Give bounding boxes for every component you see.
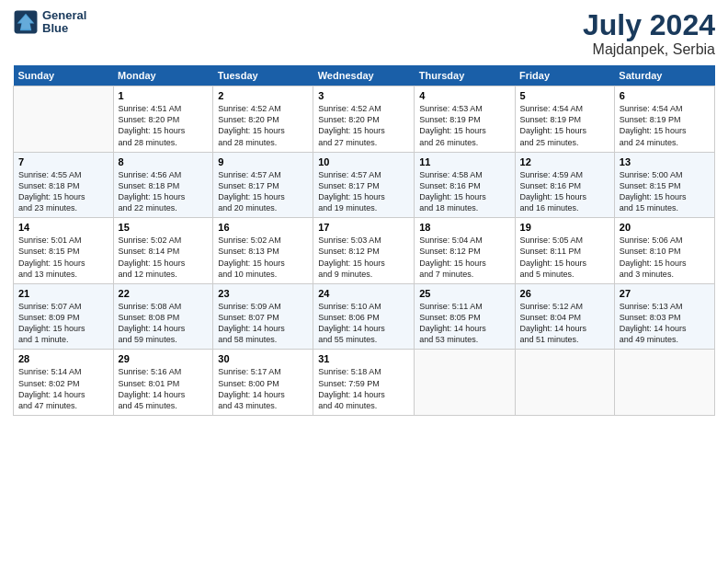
calendar-cell: 15Sunrise: 5:02 AM Sunset: 8:14 PM Dayli… <box>113 218 213 284</box>
day-number: 27 <box>620 288 710 299</box>
calendar-cell: 1Sunrise: 4:51 AM Sunset: 8:20 PM Daylig… <box>113 86 213 153</box>
weekday-header-friday: Friday <box>515 65 614 86</box>
weekday-header-wednesday: Wednesday <box>313 65 415 86</box>
calendar-week-4: 21Sunrise: 5:07 AM Sunset: 8:09 PM Dayli… <box>14 283 715 350</box>
calendar-cell: 6Sunrise: 4:54 AM Sunset: 8:19 PM Daylig… <box>614 86 714 153</box>
day-number: 21 <box>18 288 108 299</box>
day-number: 3 <box>318 90 409 101</box>
calendar-cell <box>614 350 714 416</box>
calendar-cell: 24Sunrise: 5:10 AM Sunset: 8:06 PM Dayli… <box>313 283 415 350</box>
day-info: Sunrise: 5:01 AM Sunset: 8:15 PM Dayligh… <box>18 235 108 280</box>
calendar-cell: 12Sunrise: 4:59 AM Sunset: 8:16 PM Dayli… <box>515 152 614 218</box>
calendar-cell: 2Sunrise: 4:52 AM Sunset: 8:20 PM Daylig… <box>213 86 313 153</box>
day-info: Sunrise: 4:57 AM Sunset: 8:17 PM Dayligh… <box>318 169 409 214</box>
day-number: 9 <box>218 156 308 167</box>
day-number: 6 <box>620 90 710 101</box>
day-info: Sunrise: 5:18 AM Sunset: 7:59 PM Dayligh… <box>318 366 409 411</box>
day-number: 1 <box>119 90 209 101</box>
calendar-title: July 2024 <box>583 9 715 41</box>
day-info: Sunrise: 4:57 AM Sunset: 8:17 PM Dayligh… <box>218 169 308 214</box>
calendar-cell: 20Sunrise: 5:06 AM Sunset: 8:10 PM Dayli… <box>614 218 714 284</box>
logo: General Blue <box>13 9 86 36</box>
day-number: 10 <box>318 156 409 167</box>
day-info: Sunrise: 5:07 AM Sunset: 8:09 PM Dayligh… <box>18 301 108 346</box>
day-info: Sunrise: 5:08 AM Sunset: 8:08 PM Dayligh… <box>119 301 209 346</box>
title-block: July 2024 Majdanpek, Serbia <box>583 9 715 58</box>
day-info: Sunrise: 5:04 AM Sunset: 8:12 PM Dayligh… <box>419 235 509 280</box>
calendar-cell: 26Sunrise: 5:12 AM Sunset: 8:04 PM Dayli… <box>515 283 614 350</box>
day-info: Sunrise: 4:56 AM Sunset: 8:18 PM Dayligh… <box>119 169 209 214</box>
calendar-cell: 29Sunrise: 5:16 AM Sunset: 8:01 PM Dayli… <box>113 350 213 416</box>
calendar-cell <box>415 350 515 416</box>
day-info: Sunrise: 5:14 AM Sunset: 8:02 PM Dayligh… <box>18 366 108 411</box>
day-info: Sunrise: 5:00 AM Sunset: 8:15 PM Dayligh… <box>620 169 710 214</box>
calendar-cell: 27Sunrise: 5:13 AM Sunset: 8:03 PM Dayli… <box>614 283 714 350</box>
calendar-cell: 13Sunrise: 5:00 AM Sunset: 8:15 PM Dayli… <box>614 152 714 218</box>
calendar-cell: 25Sunrise: 5:11 AM Sunset: 8:05 PM Dayli… <box>415 283 515 350</box>
weekday-header-sunday: Sunday <box>14 65 114 86</box>
calendar-cell: 4Sunrise: 4:53 AM Sunset: 8:19 PM Daylig… <box>415 86 515 153</box>
calendar-cell: 5Sunrise: 4:54 AM Sunset: 8:19 PM Daylig… <box>515 86 614 153</box>
day-info: Sunrise: 4:52 AM Sunset: 8:20 PM Dayligh… <box>318 103 409 148</box>
day-number: 5 <box>520 90 609 101</box>
day-number: 26 <box>520 288 609 299</box>
day-number: 30 <box>218 353 308 364</box>
day-info: Sunrise: 4:54 AM Sunset: 8:19 PM Dayligh… <box>620 103 710 148</box>
calendar-cell: 18Sunrise: 5:04 AM Sunset: 8:12 PM Dayli… <box>415 218 515 284</box>
logo-text: General Blue <box>42 9 86 36</box>
day-number: 12 <box>520 156 609 167</box>
calendar-cell: 31Sunrise: 5:18 AM Sunset: 7:59 PM Dayli… <box>313 350 415 416</box>
weekday-header-thursday: Thursday <box>415 65 515 86</box>
day-number: 18 <box>419 222 509 233</box>
calendar-week-1: 1Sunrise: 4:51 AM Sunset: 8:20 PM Daylig… <box>14 86 715 153</box>
day-info: Sunrise: 5:06 AM Sunset: 8:10 PM Dayligh… <box>620 235 710 280</box>
day-number: 17 <box>318 222 409 233</box>
calendar-cell: 9Sunrise: 4:57 AM Sunset: 8:17 PM Daylig… <box>213 152 313 218</box>
day-info: Sunrise: 5:13 AM Sunset: 8:03 PM Dayligh… <box>620 301 710 346</box>
calendar-header-row: SundayMondayTuesdayWednesdayThursdayFrid… <box>14 65 715 86</box>
calendar-cell: 30Sunrise: 5:17 AM Sunset: 8:00 PM Dayli… <box>213 350 313 416</box>
day-number: 11 <box>419 156 509 167</box>
weekday-header-saturday: Saturday <box>614 65 714 86</box>
calendar-week-2: 7Sunrise: 4:55 AM Sunset: 8:18 PM Daylig… <box>14 152 715 218</box>
calendar-cell: 22Sunrise: 5:08 AM Sunset: 8:08 PM Dayli… <box>113 283 213 350</box>
calendar-cell: 23Sunrise: 5:09 AM Sunset: 8:07 PM Dayli… <box>213 283 313 350</box>
day-info: Sunrise: 4:59 AM Sunset: 8:16 PM Dayligh… <box>520 169 609 214</box>
day-number: 25 <box>419 288 509 299</box>
day-info: Sunrise: 5:17 AM Sunset: 8:00 PM Dayligh… <box>218 366 308 411</box>
day-number: 19 <box>520 222 609 233</box>
calendar-cell <box>515 350 614 416</box>
day-info: Sunrise: 5:11 AM Sunset: 8:05 PM Dayligh… <box>419 301 509 346</box>
day-info: Sunrise: 5:10 AM Sunset: 8:06 PM Dayligh… <box>318 301 409 346</box>
calendar-cell: 7Sunrise: 4:55 AM Sunset: 8:18 PM Daylig… <box>14 152 114 218</box>
page-header: General Blue July 2024 Majdanpek, Serbia <box>13 9 715 58</box>
day-number: 31 <box>318 353 409 364</box>
calendar-cell: 19Sunrise: 5:05 AM Sunset: 8:11 PM Dayli… <box>515 218 614 284</box>
day-number: 16 <box>218 222 308 233</box>
weekday-header-tuesday: Tuesday <box>213 65 313 86</box>
calendar-cell: 21Sunrise: 5:07 AM Sunset: 8:09 PM Dayli… <box>14 283 114 350</box>
calendar-cell: 17Sunrise: 5:03 AM Sunset: 8:12 PM Dayli… <box>313 218 415 284</box>
day-number: 24 <box>318 288 409 299</box>
calendar-cell <box>14 86 114 153</box>
day-info: Sunrise: 4:53 AM Sunset: 8:19 PM Dayligh… <box>419 103 509 148</box>
calendar-table: SundayMondayTuesdayWednesdayThursdayFrid… <box>13 65 715 416</box>
day-info: Sunrise: 4:54 AM Sunset: 8:19 PM Dayligh… <box>520 103 609 148</box>
day-info: Sunrise: 5:03 AM Sunset: 8:12 PM Dayligh… <box>318 235 409 280</box>
day-number: 13 <box>620 156 710 167</box>
logo-icon <box>13 9 39 35</box>
day-number: 23 <box>218 288 308 299</box>
day-number: 22 <box>119 288 209 299</box>
calendar-cell: 16Sunrise: 5:02 AM Sunset: 8:13 PM Dayli… <box>213 218 313 284</box>
day-info: Sunrise: 4:58 AM Sunset: 8:16 PM Dayligh… <box>419 169 509 214</box>
day-info: Sunrise: 4:55 AM Sunset: 8:18 PM Dayligh… <box>18 169 108 214</box>
calendar-cell: 28Sunrise: 5:14 AM Sunset: 8:02 PM Dayli… <box>14 350 114 416</box>
day-info: Sunrise: 5:05 AM Sunset: 8:11 PM Dayligh… <box>520 235 609 280</box>
day-info: Sunrise: 5:16 AM Sunset: 8:01 PM Dayligh… <box>119 366 209 411</box>
day-info: Sunrise: 5:09 AM Sunset: 8:07 PM Dayligh… <box>218 301 308 346</box>
day-number: 14 <box>18 222 108 233</box>
calendar-cell: 11Sunrise: 4:58 AM Sunset: 8:16 PM Dayli… <box>415 152 515 218</box>
calendar-week-5: 28Sunrise: 5:14 AM Sunset: 8:02 PM Dayli… <box>14 350 715 416</box>
day-number: 2 <box>218 90 308 101</box>
day-number: 28 <box>18 353 108 364</box>
